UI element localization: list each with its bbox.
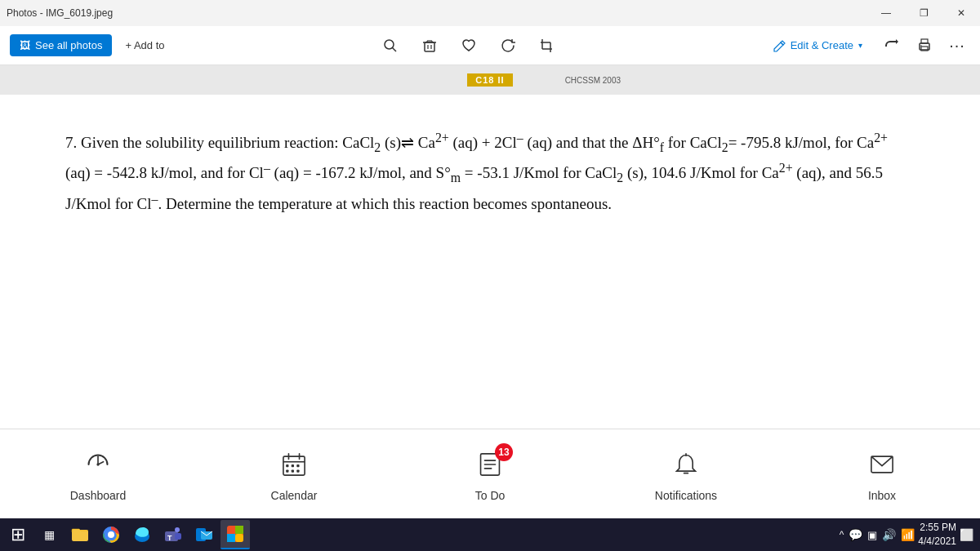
nav-item-calendar[interactable]: Calendar — [196, 429, 392, 518]
todo-badge: 13 — [495, 443, 513, 461]
svg-line-1 — [392, 47, 396, 51]
see-all-photos-label: See all photos — [35, 39, 102, 51]
svg-rect-27 — [286, 469, 288, 472]
edit-icon — [773, 39, 786, 52]
svg-point-16 — [920, 45, 922, 47]
start-button[interactable]: ⊞ — [3, 520, 33, 549]
maximize-button[interactable]: ❐ — [905, 0, 942, 26]
search-icon — [383, 38, 398, 53]
taskbar-files-button[interactable] — [65, 520, 95, 549]
search-button[interactable] — [377, 33, 403, 59]
calendar-label: Calendar — [271, 489, 318, 502]
taskbar-photos-button[interactable] — [220, 520, 250, 549]
svg-rect-48 — [235, 526, 243, 534]
svg-rect-24 — [286, 464, 288, 467]
svg-rect-43 — [175, 533, 181, 540]
print-button[interactable] — [911, 33, 938, 59]
notifications-icon — [668, 447, 704, 482]
bottom-nav: Dashboard Calendar — [0, 429, 980, 518]
banner-sublabel: CHCSSM 2003 — [565, 76, 621, 85]
title-bar-left: Photos - IMG_6019.jpeg — [7, 7, 113, 19]
svg-text:T: T — [167, 534, 172, 542]
toolbar: 🖼 See all photos + Add to — [0, 26, 980, 65]
taskbar-search-button[interactable]: ▦ — [34, 520, 64, 549]
trash-button[interactable] — [416, 33, 443, 59]
volume-icon[interactable]: 🔊 — [882, 528, 896, 541]
svg-rect-28 — [292, 469, 294, 472]
favorite-button[interactable] — [456, 33, 482, 59]
crop-icon — [540, 38, 555, 53]
edit-create-label: Edit & Create — [791, 39, 853, 51]
crop-button[interactable] — [534, 33, 560, 59]
nav-item-notifications[interactable]: Notifications — [588, 429, 784, 518]
svg-rect-29 — [296, 469, 299, 472]
svg-rect-2 — [425, 42, 434, 51]
dashboard-label: Dashboard — [70, 489, 127, 502]
svg-rect-26 — [296, 464, 299, 467]
main-content: 7. Given the solubility equilibrium reac… — [0, 95, 980, 518]
sys-tray: ^ 💬 ▣ 🔊 📶 — [840, 528, 915, 541]
taskbar-edge-button[interactable] — [127, 520, 157, 549]
add-to-label: + Add to — [125, 39, 164, 51]
chevron-up-icon[interactable]: ^ — [840, 529, 844, 540]
print-icon — [917, 38, 932, 53]
inbox-icon — [864, 447, 900, 482]
svg-rect-49 — [227, 534, 235, 542]
teams-icon: T — [163, 525, 183, 544]
svg-point-19 — [96, 463, 99, 465]
photos-icon: 🖼 — [20, 39, 30, 51]
clock-date: 4/4/2021 — [918, 535, 956, 549]
toolbar-center — [180, 33, 755, 59]
taskbar-right: ^ 💬 ▣ 🔊 📶 2:55 PM 4/4/2021 ⬜ — [840, 521, 980, 549]
todo-icon: 13 — [472, 447, 508, 482]
heart-icon — [461, 38, 476, 53]
chrome-icon — [101, 525, 121, 544]
edge-icon — [132, 525, 152, 544]
rotate-icon — [501, 38, 515, 53]
taskbar: ⊞ ▦ — [0, 518, 980, 551]
desktop-icon[interactable]: ▣ — [867, 529, 877, 541]
dashboard-icon — [80, 447, 116, 482]
nav-item-inbox[interactable]: Inbox — [784, 429, 980, 518]
title-bar-controls: — ❐ ✕ — [867, 0, 980, 26]
taskbar-clock[interactable]: 2:55 PM 4/4/2021 — [918, 521, 956, 549]
trash-icon — [422, 38, 437, 53]
rotate-button[interactable] — [495, 33, 521, 59]
document-area: 7. Given the solubility equilibrium reac… — [0, 95, 980, 429]
add-to-button[interactable]: + Add to — [115, 34, 174, 56]
svg-point-42 — [175, 527, 180, 532]
close-button[interactable]: ✕ — [942, 0, 980, 26]
toolbar-left: 🖼 See all photos + Add to — [10, 34, 174, 56]
see-all-photos-button[interactable]: 🖼 See all photos — [10, 34, 112, 56]
svg-point-0 — [385, 40, 394, 49]
message-icon[interactable]: 💬 — [849, 528, 862, 541]
svg-rect-50 — [235, 534, 243, 542]
folder-icon — [71, 526, 89, 544]
document-text: 7. Given the solubility equilibrium reac… — [65, 127, 915, 217]
network-icon[interactable]: 📶 — [901, 528, 915, 541]
share-icon — [884, 38, 899, 53]
banner-label: C18 II — [467, 73, 512, 87]
image-banner: C18 II CHCSSM 2003 — [0, 65, 980, 95]
toolbar-right: Edit & Create ▾ ··· — [763, 33, 970, 59]
svg-rect-25 — [292, 464, 294, 467]
notification-button[interactable]: ⬜ — [960, 528, 973, 541]
edit-create-button[interactable]: Edit & Create ▾ — [763, 34, 872, 57]
share-button[interactable] — [879, 33, 905, 59]
minimize-button[interactable]: — — [867, 0, 905, 26]
taskbar-outlook-button[interactable] — [189, 520, 219, 549]
photos-app-icon — [226, 525, 244, 543]
edit-create-chevron-icon: ▾ — [858, 41, 862, 50]
more-options-button[interactable]: ··· — [944, 33, 970, 59]
todo-label: To Do — [475, 489, 506, 502]
calendar-icon — [276, 447, 312, 482]
taskbar-chrome-button[interactable] — [96, 520, 126, 549]
taskbar-left: ⊞ ▦ — [0, 520, 250, 549]
taskbar-teams-button[interactable]: T — [158, 520, 188, 549]
clock-time: 2:55 PM — [918, 521, 956, 535]
outlook-icon — [194, 525, 214, 544]
nav-item-dashboard[interactable]: Dashboard — [0, 429, 196, 518]
title-bar: Photos - IMG_6019.jpeg — ❐ ✕ — [0, 0, 980, 26]
nav-item-todo[interactable]: 13 To Do — [392, 429, 588, 518]
inbox-label: Inbox — [868, 489, 896, 502]
